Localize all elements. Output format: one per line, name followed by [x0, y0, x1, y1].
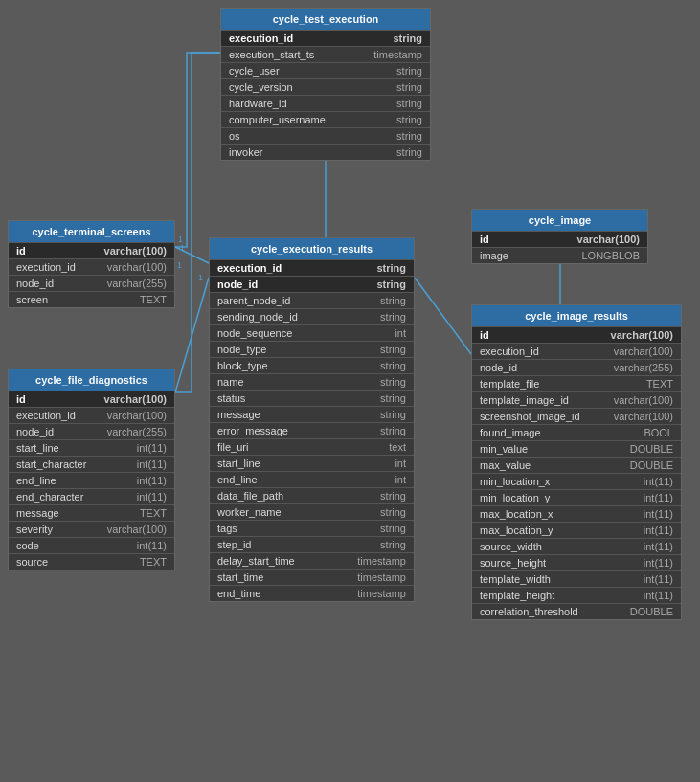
col-type-cycle_file_diagnostics-7: TEXT: [140, 507, 167, 519]
table-row-cycle_image_results-0: idvarchar(100): [472, 326, 681, 343]
table-row-cycle_execution_results-13: end_lineint: [210, 471, 414, 487]
col-type-cycle_test_execution-3: string: [396, 81, 422, 93]
col-name-cycle_image_results-14: source_height: [480, 557, 546, 569]
table-header-cycle_terminal_screens: cycle_terminal_screens: [9, 221, 174, 242]
svg-text:1: 1: [178, 235, 183, 244]
col-name-cycle_test_execution-4: hardware_id: [229, 98, 287, 109]
svg-line-1: [175, 247, 209, 263]
col-name-cycle_execution_results-20: end_time: [217, 588, 260, 599]
col-name-cycle_execution_results-4: node_sequence: [217, 327, 292, 339]
col-type-cycle_image_results-5: varchar(100): [614, 411, 673, 422]
table-row-cycle_image_results-3: template_fileTEXT: [472, 375, 681, 391]
table-row-cycle_execution_results-6: block_typestring: [210, 357, 414, 373]
table-row-cycle_execution_results-19: start_timetimestamp: [210, 569, 414, 585]
table-row-cycle_execution_results-11: file_uritext: [210, 438, 414, 455]
col-name-cycle_execution_results-14: data_file_path: [217, 490, 283, 502]
table-row-cycle_image_results-2: node_idvarchar(255): [472, 359, 681, 375]
table-row-cycle_execution_results-16: tagsstring: [210, 520, 414, 536]
table-row-cycle_image_results-4: template_image_idvarchar(100): [472, 391, 681, 408]
col-type-cycle_execution_results-3: string: [380, 311, 406, 323]
col-type-cycle_image_results-7: DOUBLE: [630, 443, 673, 455]
col-type-cycle_execution_results-12: int: [395, 458, 406, 469]
col-name-cycle_execution_results-19: start_time: [217, 571, 263, 583]
table-cycle_execution_results: cycle_execution_resultsexecution_idstrin…: [209, 237, 415, 602]
table-row-cycle_execution_results-7: namestring: [210, 373, 414, 390]
col-name-cycle_execution_results-1: node_id: [217, 279, 258, 290]
table-row-cycle_execution_results-0: execution_idstring: [210, 259, 414, 276]
table-row-cycle_image_results-12: max_location_yint(11): [472, 522, 681, 538]
col-type-cycle_execution_results-16: string: [380, 523, 406, 534]
col-type-cycle_file_diagnostics-3: int(11): [137, 442, 167, 454]
col-type-cycle_execution_results-14: string: [380, 490, 406, 502]
col-type-cycle_test_execution-5: string: [396, 114, 422, 125]
col-name-cycle_terminal_screens-1: execution_id: [16, 261, 76, 273]
col-name-cycle_test_execution-3: cycle_version: [229, 81, 293, 93]
col-type-cycle_image_results-16: int(11): [644, 590, 673, 601]
table-row-cycle_image_results-10: min_location_yint(11): [472, 489, 681, 505]
col-name-cycle_execution_results-15: worker_name: [217, 506, 282, 518]
col-name-cycle_image_results-8: max_value: [480, 459, 531, 471]
col-name-cycle_file_diagnostics-5: end_line: [16, 475, 56, 486]
table-row-cycle_file_diagnostics-7: messageTEXT: [9, 504, 174, 521]
table-header-cycle_execution_results: cycle_execution_results: [210, 238, 414, 259]
table-row-cycle_image_results-1: execution_idvarchar(100): [472, 343, 681, 359]
table-row-cycle_image_results-7: min_valueDOUBLE: [472, 440, 681, 457]
col-name-cycle_test_execution-1: execution_start_ts: [229, 49, 314, 60]
col-name-cycle_image_results-13: source_width: [480, 541, 542, 552]
col-type-cycle_execution_results-17: string: [380, 539, 406, 550]
col-name-cycle_execution_results-16: tags: [217, 523, 237, 534]
table-row-cycle_execution_results-20: end_timetimestamp: [210, 585, 414, 601]
table-header-cycle_image_results: cycle_image_results: [472, 305, 681, 326]
col-name-cycle_terminal_screens-0: id: [16, 245, 26, 257]
col-name-cycle_execution_results-13: end_line: [217, 474, 258, 485]
table-row-cycle_test_execution-1: execution_start_tstimestamp: [221, 46, 430, 62]
col-name-cycle_file_diagnostics-8: severity: [16, 524, 53, 535]
table-row-cycle_image_results-16: template_heightint(11): [472, 587, 681, 603]
table-row-cycle_image_results-9: min_location_xint(11): [472, 473, 681, 489]
table-row-cycle_execution_results-15: worker_namestring: [210, 503, 414, 520]
col-name-cycle_image_results-10: min_location_y: [480, 492, 550, 503]
col-name-cycle_execution_results-10: error_message: [217, 425, 288, 436]
col-type-cycle_execution_results-20: timestamp: [357, 588, 406, 599]
col-type-cycle_execution_results-19: timestamp: [357, 571, 406, 583]
col-type-cycle_test_execution-7: string: [396, 146, 422, 158]
col-type-cycle_image_results-13: int(11): [644, 541, 673, 552]
col-name-cycle_file_diagnostics-3: start_line: [16, 442, 59, 454]
col-type-cycle_execution_results-5: string: [380, 344, 406, 355]
col-name-cycle_execution_results-5: node_type: [217, 344, 266, 355]
col-name-cycle_image_results-12: max_location_y: [480, 525, 553, 536]
table-row-cycle_file_diagnostics-8: severityvarchar(100): [9, 521, 174, 537]
col-name-cycle_file_diagnostics-7: message: [16, 507, 59, 519]
col-name-cycle_test_execution-6: os: [229, 130, 240, 142]
table-header-cycle_image: cycle_image: [472, 210, 647, 231]
col-type-cycle_image_results-9: int(11): [644, 476, 673, 487]
col-type-cycle_image_results-14: int(11): [644, 557, 673, 569]
col-type-cycle_test_execution-1: timestamp: [373, 49, 422, 60]
table-row-cycle_test_execution-7: invokerstring: [221, 144, 430, 160]
table-row-cycle_execution_results-10: error_messagestring: [210, 422, 414, 438]
table-row-cycle_terminal_screens-0: idvarchar(100): [9, 242, 174, 258]
col-name-cycle_execution_results-7: name: [217, 376, 244, 388]
table-row-cycle_image_results-5: screenshot_image_idvarchar(100): [472, 408, 681, 424]
table-cycle_image: cycle_imageidvarchar(100)imageLONGBLOB: [471, 209, 648, 264]
col-name-cycle_execution_results-9: message: [217, 409, 260, 420]
table-row-cycle_file_diagnostics-4: start_characterint(11): [9, 456, 174, 472]
col-type-cycle_file_diagnostics-0: varchar(100): [104, 393, 167, 405]
col-type-cycle_file_diagnostics-8: varchar(100): [107, 524, 167, 535]
col-type-cycle_image_results-8: DOUBLE: [630, 459, 673, 471]
table-row-cycle_image_results-6: found_imageBOOL: [472, 424, 681, 440]
table-row-cycle_execution_results-12: start_lineint: [210, 455, 414, 471]
col-type-cycle_image-0: varchar(100): [577, 234, 640, 245]
col-name-cycle_execution_results-8: status: [217, 392, 245, 404]
col-name-cycle_execution_results-17: step_id: [217, 539, 251, 550]
col-name-cycle_image_results-2: node_id: [480, 362, 517, 373]
col-type-cycle_image_results-1: varchar(100): [614, 346, 673, 357]
svg-text:1: 1: [198, 273, 203, 282]
col-name-cycle_image_results-5: screenshot_image_id: [480, 411, 580, 422]
col-type-cycle_execution_results-11: text: [389, 441, 406, 453]
table-row-cycle_execution_results-9: messagestring: [210, 406, 414, 422]
col-type-cycle_terminal_screens-2: varchar(255): [107, 278, 167, 289]
col-name-cycle_file_diagnostics-6: end_character: [16, 491, 83, 503]
table-row-cycle_image_results-17: correlation_thresholdDOUBLE: [472, 603, 681, 619]
table-cycle_terminal_screens: cycle_terminal_screensidvarchar(100)exec…: [8, 220, 175, 308]
